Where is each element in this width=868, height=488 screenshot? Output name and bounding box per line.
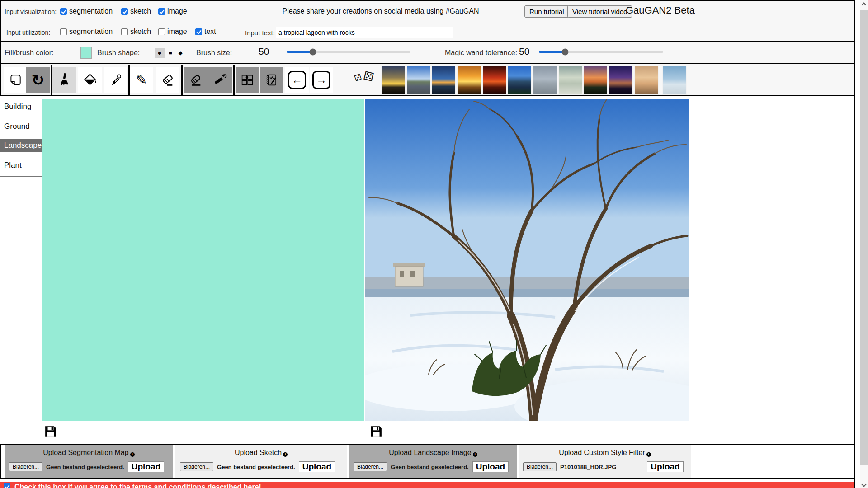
- divider: [0, 95, 854, 96]
- upload-button[interactable]: Upload: [128, 461, 164, 472]
- utilization-image-checkbox[interactable]: image: [158, 28, 187, 36]
- info-icon[interactable]: i: [130, 452, 135, 457]
- random-style-button[interactable]: ⚂ ⚄: [354, 70, 374, 84]
- input-text-label: Input text:: [245, 29, 275, 37]
- brush-tool-button[interactable]: [52, 67, 76, 93]
- top-panel: Input visualization: segmentation sketch…: [0, 0, 855, 96]
- redo-button[interactable]: ↻: [26, 67, 50, 93]
- segmentation-puzzle-icon: [240, 73, 255, 87]
- style-filter-fire-clouds[interactable]: [583, 66, 608, 95]
- info-icon[interactable]: i: [283, 452, 288, 457]
- fill-brush-color-label: Fill/brush color:: [5, 49, 53, 57]
- utilization-text-checkbox[interactable]: text: [195, 28, 216, 36]
- style-filter-misty-beach[interactable]: [533, 66, 557, 95]
- brush-shape-circle-icon[interactable]: ●: [155, 48, 165, 58]
- sketch-pad-button[interactable]: [260, 67, 283, 93]
- slider-knob[interactable]: [561, 48, 568, 55]
- upload-title: Upload Landscape Image: [389, 449, 471, 456]
- input-utilization-label: Input utilization:: [6, 29, 50, 36]
- checkbox-icon[interactable]: [158, 28, 165, 35]
- checkbox-icon[interactable]: [158, 8, 165, 15]
- segmentation-canvas[interactable]: [42, 99, 364, 421]
- divider: [854, 0, 855, 488]
- info-icon[interactable]: i: [646, 452, 651, 457]
- sketch-pad-icon: [264, 73, 279, 87]
- magic-wand-icon: [213, 73, 227, 87]
- save-segmentation-button[interactable]: [44, 425, 57, 438]
- browse-button[interactable]: Bladeren...: [354, 462, 387, 471]
- checkbox-label: image: [167, 28, 187, 36]
- style-filter-golden-sunset[interactable]: [457, 66, 481, 95]
- slider-fill: [287, 51, 313, 53]
- sidebar-item-landscape[interactable]: Landscape: [0, 139, 42, 152]
- checkbox-icon[interactable]: [60, 28, 67, 35]
- style-filter-red-sky[interactable]: [482, 66, 507, 95]
- utilization-sketch-checkbox[interactable]: sketch: [121, 28, 151, 36]
- checkbox-icon[interactable]: [195, 28, 202, 35]
- info-icon[interactable]: i: [473, 452, 477, 457]
- terms-checkbox[interactable]: [4, 483, 10, 488]
- style-filter-purple-dusk[interactable]: [609, 66, 633, 95]
- upload-panel: Upload Segmentation Mapi Bladeren... Gee…: [0, 444, 855, 479]
- slider-knob[interactable]: [309, 48, 316, 55]
- checkbox-icon[interactable]: [121, 28, 128, 35]
- browse-button[interactable]: Bladeren...: [9, 462, 42, 471]
- checkbox-icon[interactable]: [121, 8, 128, 15]
- upload-button[interactable]: Upload: [472, 461, 509, 472]
- eyedropper-button[interactable]: [104, 67, 127, 93]
- vertical-scrollbar[interactable]: [860, 0, 868, 488]
- style-filter-hazy-sand[interactable]: [634, 66, 659, 95]
- view-tutorial-video-button[interactable]: View tutorial video: [567, 5, 632, 18]
- style-filter-custom-winter[interactable]: [662, 66, 687, 95]
- file-selected-label: Geen bestand geselecteerd.: [391, 464, 469, 470]
- segmentation-puzzle-button[interactable]: [236, 67, 259, 93]
- divider: [0, 176, 42, 177]
- brush-shape-diamond-icon[interactable]: ◆: [175, 48, 185, 58]
- brush-icon: [57, 73, 71, 87]
- scrollbar-thumb[interactable]: [860, 10, 868, 465]
- browse-button[interactable]: Bladeren...: [180, 462, 213, 471]
- visualization-segmentation-checkbox[interactable]: segmentation: [60, 7, 113, 15]
- brush-size-slider[interactable]: [287, 51, 410, 53]
- pencil-tool-button[interactable]: ✎: [130, 67, 153, 93]
- upload-custom-style-section: Upload Custom Style Filteri Bladeren... …: [519, 445, 691, 478]
- style-filter-ocean-dusk[interactable]: [431, 66, 456, 95]
- checkbox-label: sketch: [130, 7, 151, 15]
- run-tutorial-button[interactable]: Run tutorial: [524, 5, 569, 18]
- magic-wand-tolerance-slider[interactable]: [539, 51, 663, 53]
- eraser-tool-button[interactable]: [156, 67, 179, 93]
- file-selected-label: Geen bestand geselecteerd.: [217, 464, 295, 470]
- erase-all-button[interactable]: [184, 67, 208, 93]
- arrow-left-icon: ←: [288, 71, 306, 89]
- share-message: Please share your creations on social me…: [254, 7, 507, 15]
- magic-wand-button[interactable]: [208, 67, 232, 93]
- style-filter-moon-beach[interactable]: [558, 66, 583, 95]
- utilization-segmentation-checkbox[interactable]: segmentation: [60, 28, 113, 36]
- upload-button[interactable]: Upload: [299, 461, 335, 472]
- upload-button[interactable]: Upload: [647, 461, 683, 472]
- new-canvas-button[interactable]: [4, 67, 27, 93]
- checkbox-label: image: [167, 7, 187, 15]
- input-text-field[interactable]: [276, 27, 453, 38]
- divider: [1, 41, 855, 42]
- upload-title: Upload Sketch: [235, 449, 282, 456]
- file-selected-label: P1010188_HDR.JPG: [560, 464, 616, 470]
- style-filter-road-clouds[interactable]: [406, 66, 431, 95]
- sidebar-item-building[interactable]: Building: [0, 100, 42, 113]
- next-style-button[interactable]: →: [310, 67, 333, 93]
- scroll-up-icon[interactable]: [861, 2, 866, 7]
- fill-bucket-button[interactable]: [78, 67, 102, 93]
- visualization-image-checkbox[interactable]: image: [158, 7, 187, 15]
- fill-color-swatch[interactable]: [80, 47, 92, 59]
- previous-style-button[interactable]: ←: [285, 67, 309, 93]
- scroll-down-icon[interactable]: [861, 482, 866, 487]
- style-filter-sunset-trees[interactable]: [381, 66, 406, 95]
- browse-button[interactable]: Bladeren...: [523, 462, 557, 471]
- save-output-button[interactable]: [370, 425, 382, 438]
- style-filter-blue-cove[interactable]: [507, 66, 532, 95]
- brush-shape-square-icon[interactable]: ■: [165, 48, 175, 58]
- checkbox-icon[interactable]: [60, 8, 67, 15]
- sidebar-item-plant[interactable]: Plant: [0, 159, 42, 172]
- sidebar-item-ground[interactable]: Ground: [0, 120, 42, 133]
- visualization-sketch-checkbox[interactable]: sketch: [121, 7, 151, 15]
